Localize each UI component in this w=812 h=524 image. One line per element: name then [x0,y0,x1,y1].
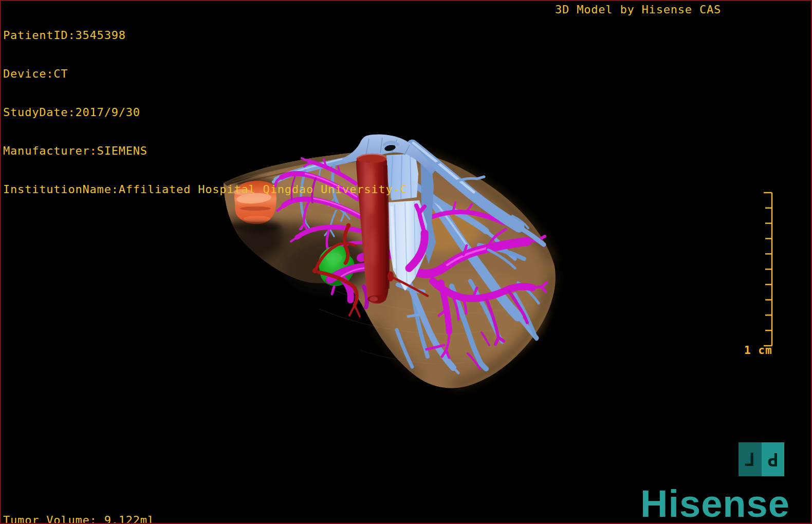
patient-id-line: PatientID:3545398 [3,29,408,42]
tumor-volume-line: Tumor Volume: 9.122ml [3,514,155,524]
orientation-face-right: P [762,442,785,476]
application-window: PatientID:3545398 Device:CT StudyDate:20… [0,0,812,524]
manufacturer-line: Manufacturer:SIEMENS [3,144,408,157]
orientation-letter-l: L [744,449,755,470]
institution-line: InstitutionName:Affiliated Hospital Qing… [3,183,408,196]
scale-bar-ticks [764,193,772,346]
scale-bar-label: 1 cm [744,344,772,357]
volume-stats-overlay: Tumor Volume: 9.122ml Liver Volume: 1253… [3,488,155,524]
orientation-face-left: L [739,442,762,476]
orientation-cube[interactable]: L P [739,442,784,476]
viewer-title: 3D Model by Hisense CAS [555,3,721,16]
hisense-logo: Hisense [640,485,790,523]
device-line: Device:CT [3,67,408,80]
study-date-line: StudyDate:2017/9/30 [3,106,408,119]
orientation-letter-p: P [767,449,779,470]
scale-bar [763,192,774,348]
patient-info-overlay: PatientID:3545398 Device:CT StudyDate:20… [3,3,408,221]
